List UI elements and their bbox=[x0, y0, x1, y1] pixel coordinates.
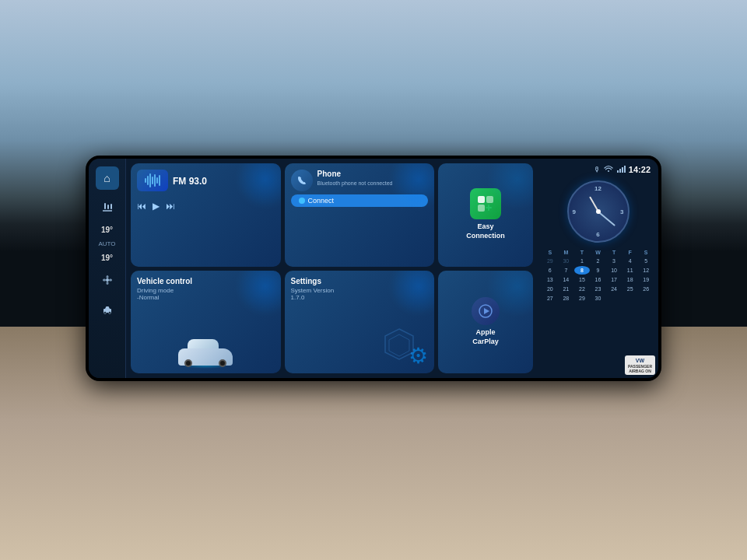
cal-cell[interactable]: 28 bbox=[559, 294, 574, 303]
temp-bottom-display: 19° bbox=[101, 254, 113, 262]
phone-card[interactable]: Phone Bluetooth phone not connected Conn… bbox=[285, 163, 435, 267]
radio-card[interactable]: FM 93.0 ⏮ ▶ ⏭ bbox=[131, 163, 281, 267]
settings-version: 1.7.0 bbox=[291, 294, 429, 301]
cal-cell[interactable]: 18 bbox=[622, 275, 638, 284]
cal-cell[interactable]: 21 bbox=[559, 285, 574, 293]
cal-header-w: W bbox=[591, 249, 606, 256]
cal-cell[interactable]: 22 bbox=[574, 285, 590, 293]
cal-cell bbox=[638, 294, 654, 303]
radio-top-row: FM 93.0 bbox=[137, 170, 275, 194]
cal-cell[interactable]: 24 bbox=[606, 285, 622, 293]
cal-cell[interactable]: 16 bbox=[591, 275, 606, 284]
cal-cell[interactable]: 11 bbox=[622, 266, 638, 275]
phone-icon bbox=[291, 170, 313, 191]
connect-label: Connect bbox=[308, 197, 335, 205]
cal-cell[interactable]: 25 bbox=[622, 285, 638, 293]
main-content: FM 93.0 ⏮ ▶ ⏭ bbox=[126, 159, 538, 378]
cal-cell[interactable]: 12 bbox=[638, 266, 654, 275]
easy-connection-icon bbox=[470, 188, 501, 219]
easy-connection-title2: Connection bbox=[466, 232, 505, 240]
cal-cell[interactable]: 6 bbox=[542, 266, 558, 275]
easy-connection-card[interactable]: Easy Connection bbox=[438, 163, 533, 267]
settings-subtitle: System Version bbox=[291, 287, 429, 294]
status-bar: 🎙 14:22 bbox=[542, 163, 654, 176]
cal-cell[interactable]: 19 bbox=[638, 275, 654, 284]
infotainment-screen: ⌂ 19° AUTO 19° bbox=[86, 156, 661, 381]
mic-icon: 🎙 bbox=[594, 166, 601, 173]
clock-minute-hand bbox=[598, 211, 615, 226]
clock-face: 12 3 6 9 bbox=[567, 180, 630, 243]
easy-connection-title: Easy bbox=[478, 222, 494, 230]
play-button[interactable]: ▶ bbox=[153, 201, 160, 212]
cal-cell[interactable]: 17 bbox=[606, 275, 622, 284]
wave-bar bbox=[156, 177, 158, 184]
carplay-title2: CarPlay bbox=[472, 338, 499, 345]
cal-cell[interactable]: 30 bbox=[591, 294, 606, 303]
svg-point-6 bbox=[103, 312, 106, 314]
cal-cell[interactable]: 10 bbox=[606, 266, 622, 275]
cal-cell[interactable]: 7 bbox=[559, 266, 574, 275]
cal-cell[interactable]: 30 bbox=[559, 257, 574, 265]
cal-cell[interactable]: 2 bbox=[591, 257, 606, 265]
cal-cell[interactable]: 27 bbox=[542, 294, 558, 303]
vehicle-image bbox=[178, 340, 233, 367]
cal-cell[interactable]: 29 bbox=[542, 257, 558, 265]
climate-icon[interactable] bbox=[96, 196, 119, 219]
cal-header-t1: T bbox=[574, 249, 590, 256]
vw-airbag-badge: VW PASSENGERAIRBAG ON bbox=[625, 355, 655, 375]
svg-rect-19 bbox=[624, 166, 626, 173]
cal-cell[interactable]: 29 bbox=[574, 294, 590, 303]
home-icon[interactable]: ⌂ bbox=[96, 166, 119, 190]
bluetooth-icon bbox=[299, 198, 305, 204]
screen-display: ⌂ 19° AUTO 19° bbox=[89, 159, 658, 378]
vehicle-title: Vehicle control bbox=[137, 277, 275, 285]
cal-cell[interactable]: 13 bbox=[542, 275, 558, 284]
prev-button[interactable]: ⏮ bbox=[137, 201, 146, 212]
cal-cell[interactable]: 4 bbox=[622, 257, 638, 265]
cal-cell[interactable]: 9 bbox=[591, 266, 606, 275]
grid-top-row: FM 93.0 ⏮ ▶ ⏭ bbox=[131, 163, 533, 267]
fan-icon[interactable] bbox=[96, 268, 119, 292]
svg-rect-16 bbox=[617, 170, 619, 173]
clock-6: 6 bbox=[596, 231, 599, 238]
svg-rect-18 bbox=[622, 167, 623, 173]
wave-bar bbox=[149, 173, 151, 187]
cal-header-s2: S bbox=[638, 249, 654, 256]
svg-rect-10 bbox=[478, 205, 485, 212]
svg-point-7 bbox=[108, 312, 110, 314]
radio-controls: ⏮ ▶ ⏭ bbox=[137, 201, 275, 212]
wave-bar bbox=[145, 178, 146, 183]
grid-bottom-row: Vehicle control Driving mode -Normal bbox=[131, 271, 533, 374]
connect-button[interactable]: Connect bbox=[291, 194, 429, 207]
cal-cell[interactable]: 5 bbox=[638, 257, 654, 265]
cal-cell[interactable]: 20 bbox=[542, 285, 558, 293]
cal-cell[interactable]: 14 bbox=[559, 275, 574, 284]
next-button[interactable]: ⏭ bbox=[166, 201, 175, 212]
cal-cell[interactable]: 15 bbox=[574, 275, 590, 284]
vehicle-card[interactable]: Vehicle control Driving mode -Normal bbox=[131, 271, 281, 374]
cal-cell[interactable]: 23 bbox=[591, 285, 606, 293]
clock-3: 3 bbox=[620, 208, 623, 215]
wave-bar bbox=[159, 175, 160, 186]
sidebar: ⌂ 19° AUTO 19° bbox=[89, 159, 126, 378]
cal-cell-today[interactable]: 8 bbox=[574, 266, 590, 275]
cal-cell[interactable]: 1 bbox=[574, 257, 590, 265]
svg-rect-1 bbox=[107, 205, 109, 209]
car-icon[interactable] bbox=[96, 298, 119, 321]
wave-bar bbox=[154, 174, 156, 187]
svg-marker-14 bbox=[484, 308, 489, 314]
cal-cell[interactable]: 3 bbox=[606, 257, 622, 265]
phone-info: Phone Bluetooth phone not connected bbox=[317, 170, 393, 187]
clock-12: 12 bbox=[594, 185, 601, 192]
carplay-card[interactable]: Apple CarPlay bbox=[438, 271, 533, 374]
clock-center-dot bbox=[596, 209, 601, 214]
radio-frequency: FM 93.0 bbox=[173, 176, 207, 187]
settings-card[interactable]: Settings System Version 1.7.0 ⚙ bbox=[285, 271, 435, 374]
cal-cell[interactable]: 26 bbox=[638, 285, 654, 293]
temp-top-display: 19° bbox=[101, 226, 113, 234]
carplay-title: Apple bbox=[476, 328, 496, 336]
svg-marker-12 bbox=[389, 334, 409, 356]
phone-status: Bluetooth phone not connected bbox=[317, 180, 393, 187]
phone-icon-row: Phone Bluetooth phone not connected bbox=[291, 170, 429, 191]
wifi-icon bbox=[604, 165, 613, 174]
